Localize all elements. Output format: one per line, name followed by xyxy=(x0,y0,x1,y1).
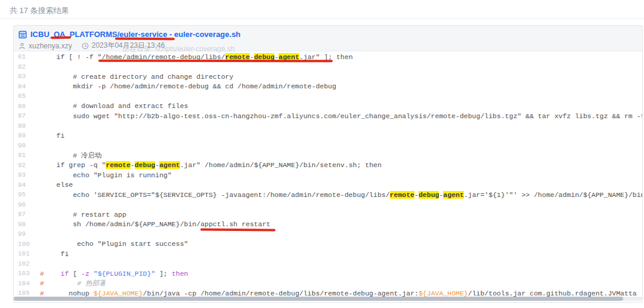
code-line: 99 xyxy=(14,229,642,239)
line-number: 100 xyxy=(14,241,35,248)
code-line: 81 if [ ! -f "/home/admin/remote-debug/l… xyxy=(14,52,642,62)
code-line: 103# if [ -z "${PLUGIN_PID}" ]; then xyxy=(14,269,642,279)
line-number: 83 xyxy=(14,73,35,80)
code-line: 90 xyxy=(14,141,642,151)
line-number: 96 xyxy=(14,201,35,208)
line-number: 101 xyxy=(14,250,35,257)
code-text: # if [ -z "${PLUGIN_PID}" ]; then xyxy=(40,270,188,278)
line-number: 91 xyxy=(14,152,35,159)
code-text: else xyxy=(40,181,73,189)
divider xyxy=(0,19,644,19)
code-text: # 冷启动 xyxy=(40,151,102,160)
line-number: 104 xyxy=(14,280,35,287)
code-line: 86 # download and extract files xyxy=(14,101,642,112)
code-text xyxy=(40,63,44,70)
code-text xyxy=(40,260,44,267)
code-line: 92 if grep -q "remote-debug-agent.jar" /… xyxy=(14,161,642,171)
code-text: # nohup ${JAVA_HOME}/bin/java -cp /home/… xyxy=(40,289,637,297)
code-text: # restart app xyxy=(40,211,126,218)
code-line: 83 # create directory and change directo… xyxy=(14,72,642,82)
code-line: 97 # restart app xyxy=(14,210,642,220)
code-text xyxy=(40,122,44,130)
code-text: # # 热部署 xyxy=(40,279,106,288)
code-text: # download and extract files xyxy=(40,102,188,110)
code-line: 88 xyxy=(14,121,642,131)
code-text: fi xyxy=(40,132,64,140)
code-line: 104# # 热部署 xyxy=(14,279,642,289)
result-meta-row: xuzhenya.xzy 2023年04月23日 13:46 xyxy=(18,41,637,51)
search-result-card: ICBU_QA_PLATFORMS/euler-service - euler-… xyxy=(13,25,643,303)
line-number: 86 xyxy=(14,103,35,110)
code-line: 100 echo "Plugin start success" xyxy=(14,239,642,250)
line-number: 105 xyxy=(14,289,35,297)
code-block: 81 if [ ! -f "/home/admin/remote-debug/l… xyxy=(14,51,642,298)
code-line: 96 xyxy=(14,200,642,210)
file-list-icon xyxy=(18,30,27,39)
author-name: xuzhenya.xzy xyxy=(29,42,72,50)
code-text xyxy=(40,230,44,238)
code-text: sh /home/admin/${APP_NAME}/bin/appctl.sh… xyxy=(40,220,270,228)
line-number: 88 xyxy=(14,122,35,130)
clock-icon xyxy=(82,42,89,50)
line-number: 87 xyxy=(14,112,35,119)
code-line: 93 echo "Plugin is running" xyxy=(14,170,642,180)
code-text: if [ ! -f "/home/admin/remote-debug/libs… xyxy=(40,53,353,61)
code-text xyxy=(40,141,44,149)
code-text: if grep -q "remote-debug-agent.jar" /hom… xyxy=(40,161,382,169)
code-text: fi xyxy=(40,250,69,258)
code-line: 98 sh /home/admin/${APP_NAME}/bin/appctl… xyxy=(14,220,642,230)
line-number: 81 xyxy=(14,53,35,60)
code-line: 95 echo 'SERVICE_OPTS="${SERVICE_OPTS} -… xyxy=(14,190,642,200)
line-number: 94 xyxy=(14,181,35,189)
horizontal-scrollbar-thumb[interactable] xyxy=(14,297,623,301)
line-number: 93 xyxy=(14,171,35,178)
person-icon xyxy=(18,42,26,50)
code-text: sudo wget "http://b2b-algo-test.oss-cn-h… xyxy=(40,112,642,120)
line-number: 95 xyxy=(14,191,35,198)
code-text: # create directory and change directory xyxy=(40,73,233,81)
results-summary: 共 17 条搜索结果 xyxy=(10,5,69,16)
code-text: mkdir -p /home/admin/remote-debug && cd … xyxy=(40,82,336,90)
result-card-header: ICBU_QA_PLATFORMS/euler-service - euler-… xyxy=(14,26,642,51)
code-text: echo "Plugin start success" xyxy=(40,240,188,248)
code-line: 101 fi xyxy=(14,249,642,259)
code-line: 85 xyxy=(14,91,642,101)
code-line: 94 else xyxy=(14,180,642,190)
result-title-row[interactable]: ICBU_QA_PLATFORMS/euler-service - euler-… xyxy=(18,28,637,41)
line-number: 98 xyxy=(14,221,35,228)
horizontal-scrollbar-track[interactable] xyxy=(14,297,642,301)
line-number: 84 xyxy=(14,83,35,90)
code-text xyxy=(40,201,44,208)
line-number: 82 xyxy=(14,63,35,70)
result-title-link[interactable]: ICBU_QA_PLATFORMS/euler-service - euler-… xyxy=(30,30,240,39)
line-number: 99 xyxy=(14,230,35,238)
code-line: 102 xyxy=(14,259,642,269)
line-number: 89 xyxy=(14,132,35,139)
result-timestamp: 2023年04月23日 13:46 xyxy=(92,41,165,51)
line-number: 90 xyxy=(14,142,35,149)
code-line: 89 fi xyxy=(14,131,642,141)
code-line: 91 # 冷启动 xyxy=(14,150,642,161)
code-line: 87 sudo wget "http://b2b-algo-test.oss-c… xyxy=(14,111,642,121)
line-number: 102 xyxy=(14,260,35,267)
line-number: 92 xyxy=(14,162,35,169)
code-text: echo 'SERVICE_OPTS="${SERVICE_OPTS} -jav… xyxy=(40,191,642,199)
code-text xyxy=(40,93,44,100)
code-text: echo "Plugin is running" xyxy=(40,171,172,179)
line-number: 97 xyxy=(14,211,35,218)
line-number: 103 xyxy=(14,270,35,277)
line-number: 85 xyxy=(14,93,35,100)
code-line: 82 xyxy=(14,62,642,72)
code-line: 84 mkdir -p /home/admin/remote-debug && … xyxy=(14,82,642,92)
